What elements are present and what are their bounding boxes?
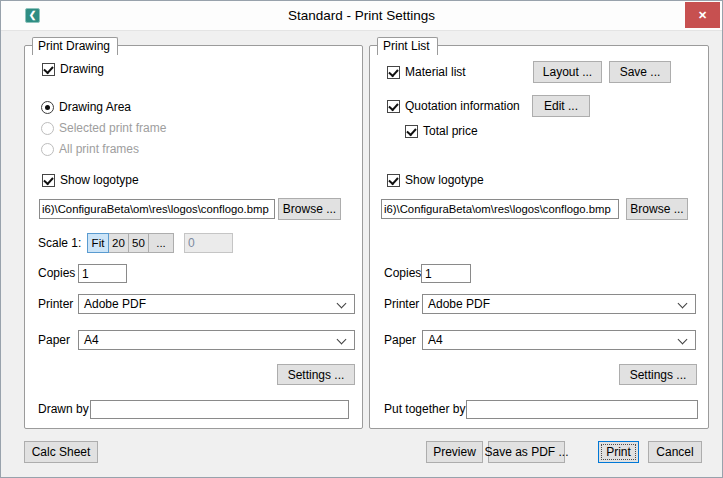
checkbox-label: Show logotype (60, 173, 139, 187)
window-title: Standard - Print Settings (1, 1, 722, 30)
print-drawing-group: Print Drawing Drawing Drawing Area Selec… (24, 45, 363, 429)
scale-fit-button[interactable]: Fit (87, 233, 109, 253)
titlebar[interactable]: ❮ Standard - Print Settings ✕ (1, 1, 722, 31)
radio-all-print-frames: All print frames (41, 139, 139, 159)
calc-sheet-button[interactable]: Calc Sheet (24, 441, 98, 463)
checkbox-box[interactable] (387, 174, 400, 187)
put-together-by-input[interactable] (466, 400, 698, 419)
settings-button[interactable]: Settings ... (619, 364, 697, 385)
scale-custom-button[interactable]: ... (148, 233, 174, 253)
checkbox-box[interactable] (405, 125, 418, 138)
logotype-path-input[interactable] (39, 199, 275, 219)
save-button[interactable]: Save ... (609, 61, 671, 83)
edit-button[interactable]: Edit ... (532, 95, 590, 117)
copies-label: Copies (384, 264, 421, 283)
printer-select[interactable]: Adobe PDF (422, 294, 696, 314)
radio-label: Drawing Area (59, 100, 131, 114)
close-button[interactable]: ✕ (685, 2, 720, 28)
drawn-by-label: Drawn by (38, 400, 89, 419)
radio-circle (41, 143, 54, 156)
show-logotype-checkbox[interactable]: Show logotype (42, 170, 139, 190)
quotation-information-checkbox[interactable]: Quotation information (387, 96, 520, 116)
radio-label: All print frames (59, 142, 139, 156)
preview-button[interactable]: Preview (426, 441, 483, 463)
paper-label: Paper (384, 330, 416, 350)
scale-20-button[interactable]: 20 (108, 233, 129, 253)
radio-selected-print-frame: Selected print frame (41, 118, 166, 138)
radio-drawing-area[interactable]: Drawing Area (41, 97, 131, 117)
copies-input[interactable] (78, 264, 127, 283)
checkbox-box[interactable] (42, 63, 55, 76)
layout-button[interactable]: Layout ... (533, 61, 602, 83)
copies-label: Copies (38, 264, 75, 283)
print-button[interactable]: Print (598, 441, 639, 463)
printer-label: Printer (38, 294, 73, 314)
radio-circle (41, 122, 54, 135)
show-logotype-checkbox[interactable]: Show logotype (387, 170, 484, 190)
paper-select[interactable]: A4 (422, 330, 696, 350)
total-price-checkbox[interactable]: Total price (405, 121, 478, 141)
paper-selected-value: A4 (84, 331, 354, 349)
checkbox-box[interactable] (387, 100, 400, 113)
settings-button[interactable]: Settings ... (277, 364, 355, 385)
checkbox-label: Quotation information (405, 99, 520, 113)
cancel-button[interactable]: Cancel (648, 441, 702, 463)
printer-selected-value: Adobe PDF (428, 295, 695, 313)
drawing-checkbox[interactable]: Drawing (42, 59, 104, 79)
printer-label: Printer (384, 294, 419, 314)
print-list-group: Print List Material list Layout ... Save… (369, 45, 709, 429)
printer-selected-value: Adobe PDF (84, 295, 354, 313)
radio-circle[interactable] (41, 101, 54, 114)
material-list-checkbox[interactable]: Material list (387, 62, 466, 82)
copies-input[interactable] (421, 264, 471, 283)
logotype-path-input[interactable] (381, 199, 619, 219)
checkbox-label: Show logotype (405, 173, 484, 187)
printer-select[interactable]: Adobe PDF (78, 294, 355, 314)
close-icon: ✕ (698, 9, 707, 22)
paper-selected-value: A4 (428, 331, 695, 349)
checkbox-box[interactable] (387, 66, 400, 79)
paper-label: Paper (38, 330, 70, 350)
print-settings-dialog: ❮ Standard - Print Settings ✕ Print Draw… (0, 0, 723, 478)
scale-50-button[interactable]: 50 (128, 233, 149, 253)
print-list-group-label: Print List (377, 37, 438, 55)
save-as-pdf-button[interactable]: Save as PDF ... (488, 441, 565, 463)
radio-label: Selected print frame (59, 121, 166, 135)
scale-custom-value-input (184, 233, 233, 253)
browse-button[interactable]: Browse ... (278, 198, 341, 220)
browse-button[interactable]: Browse ... (626, 198, 688, 220)
paper-select[interactable]: A4 (78, 330, 355, 350)
scale-label: Scale 1: (38, 233, 81, 253)
checkbox-label: Total price (423, 124, 478, 138)
put-together-by-label: Put together by (384, 400, 465, 419)
checkbox-label: Drawing (60, 62, 104, 76)
drawn-by-input[interactable] (90, 400, 349, 419)
checkbox-box[interactable] (42, 174, 55, 187)
checkbox-label: Material list (405, 65, 466, 79)
print-drawing-group-label: Print Drawing (32, 37, 118, 55)
